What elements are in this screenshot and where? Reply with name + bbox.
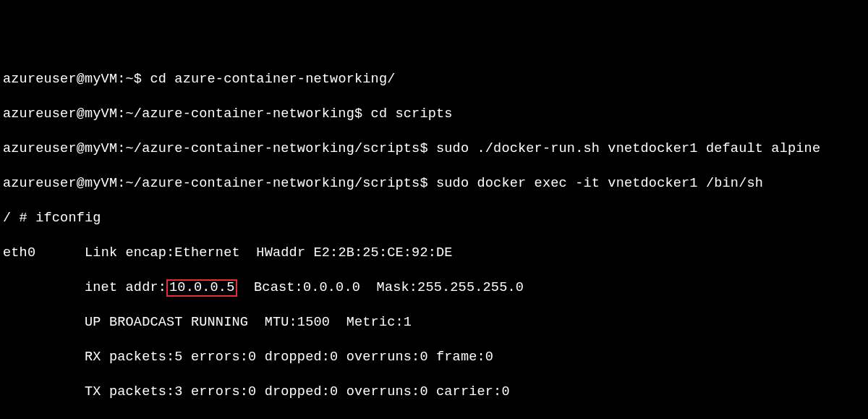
terminal-line: azureuser@myVM:~$ cd azure-container-net… <box>3 71 868 88</box>
interface-name: eth0 <box>3 245 35 261</box>
shell-prompt: azureuser@myVM:~/azure-container-network… <box>3 141 436 156</box>
shell-prompt: azureuser@myVM:~/azure-container-network… <box>3 106 371 122</box>
terminal-line: azureuser@myVM:~/azure-container-network… <box>3 140 868 158</box>
ifconfig-eth0-inet: inet addr:10.0.0.5 Bcast:0.0.0.0 Mask:25… <box>3 279 868 297</box>
shell-prompt: azureuser@myVM:~$ <box>3 72 150 87</box>
output-text: Link encap:Ethernet HWaddr E2:2B:25:CE:9… <box>35 245 452 261</box>
ifconfig-output: TX packets:3 errors:0 dropped:0 overruns… <box>3 384 868 401</box>
terminal-line: azureuser@myVM:~/azure-container-network… <box>3 106 868 123</box>
output-text: Bcast:0.0.0.0 Mask:255.255.255.0 <box>237 280 524 295</box>
output-text: inet addr: <box>3 280 166 295</box>
command-text: cd azure-container-networking/ <box>150 72 395 87</box>
command-text: sudo docker exec -it vnetdocker1 /bin/sh <box>436 176 763 191</box>
highlighted-ip: 10.0.0.5 <box>166 279 237 297</box>
command-text: / # ifconfig <box>3 211 101 226</box>
ifconfig-output: UP BROADCAST RUNNING MTU:1500 Metric:1 <box>3 314 868 331</box>
ifconfig-output: RX packets:5 errors:0 dropped:0 overruns… <box>3 349 868 366</box>
command-text: sudo ./docker-run.sh vnetdocker1 default… <box>436 141 820 156</box>
command-text: cd scripts <box>371 106 453 122</box>
terminal-line: azureuser@myVM:~/azure-container-network… <box>3 175 868 192</box>
terminal-line: / # ifconfig <box>3 210 868 227</box>
shell-prompt: azureuser@myVM:~/azure-container-network… <box>3 176 436 191</box>
ifconfig-eth0-header: eth0 Link encap:Ethernet HWaddr E2:2B:25… <box>3 245 868 262</box>
